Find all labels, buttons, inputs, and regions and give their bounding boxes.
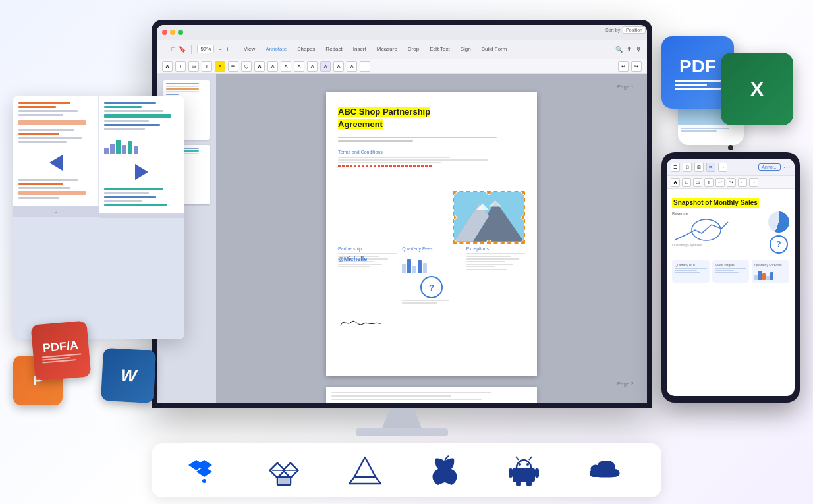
tab-annotate[interactable]: Annotate — [262, 45, 290, 53]
tablet-annotate-label[interactable]: Annot... — [758, 163, 781, 171]
resize-handle[interactable] — [486, 240, 491, 244]
resize-handle[interactable] — [521, 191, 525, 195]
bottom-icons-bar — [152, 443, 661, 497]
ann-draw-btn[interactable]: ✏ — [228, 61, 238, 72]
ann-redo-btn[interactable]: ↪ — [631, 61, 642, 72]
thumb-line — [166, 94, 179, 95]
tab-back[interactable]: ← — [738, 178, 747, 187]
ann-fill-btn[interactable]: A — [333, 61, 344, 72]
doc-line — [18, 179, 78, 181]
ann-a5-btn[interactable]: A — [294, 61, 304, 72]
tab-sign[interactable]: Sign — [457, 45, 474, 53]
chart-icons: ? — [768, 211, 789, 254]
flashback-icon — [267, 453, 301, 488]
bookmark-icon[interactable]: 🔖 — [179, 46, 186, 53]
app-toolbar[interactable]: ☰ □ 🔖 97% − + View Annotate Shapes Redac… — [157, 40, 647, 59]
ann-a4-btn[interactable]: A — [281, 61, 291, 72]
col-line — [466, 264, 513, 265]
monitor-screen: ☰ □ 🔖 97% − + View Annotate Shapes Redac… — [152, 20, 652, 408]
zoom-out-icon[interactable]: − — [218, 46, 221, 53]
search-icon[interactable]: 🔍 — [615, 46, 623, 53]
ann-a7-btn[interactable]: _ — [360, 61, 370, 72]
ann-color-btn[interactable]: A — [320, 61, 331, 72]
more-options-icon[interactable]: ··· — [783, 164, 791, 171]
monitor-base — [356, 428, 448, 436]
metric-line — [675, 268, 707, 269]
tab-view[interactable]: View — [240, 45, 258, 53]
ann-text-btn[interactable]: A — [162, 61, 173, 72]
maximize-dot — [178, 30, 183, 35]
tab-shapes[interactable]: Shapes — [294, 45, 318, 53]
tab-fwd[interactable]: → — [749, 178, 758, 187]
tab-thumb-btn[interactable]: ⊞ — [694, 163, 704, 172]
doc-line — [18, 133, 59, 135]
image-inner — [454, 192, 524, 242]
doc-line — [104, 128, 145, 130]
ann-type-btn[interactable]: T — [175, 61, 186, 72]
page-1-label: Page 1 — [617, 84, 634, 90]
tab-tool-c[interactable]: ▭ — [693, 178, 702, 187]
ann-a2-btn[interactable]: A — [254, 61, 265, 72]
ann-stroke-btn[interactable]: A — [347, 61, 357, 72]
svg-line-18 — [354, 457, 365, 477]
tab-nav-btn[interactable]: → — [718, 163, 727, 172]
tab-menu-btn[interactable]: ☰ — [671, 163, 680, 172]
revenue-left: Revenue Operating Expenses — [672, 211, 764, 247]
tablet-toolbar-2[interactable]: A □ ▭ T ↩ ↪ ← → — [667, 176, 795, 189]
tab-tool-b[interactable]: □ — [682, 178, 691, 187]
tab-undo[interactable]: ↩ — [715, 178, 725, 187]
tab-buildform[interactable]: Build Form — [478, 45, 511, 53]
ann-a3-btn[interactable]: A — [267, 61, 278, 72]
tab-edittext[interactable]: Edit Text — [426, 45, 453, 53]
annotation-toolbar[interactable]: A T ▭ T ≡ ✏ ⬡ A A A A A A A A _ — [157, 59, 647, 74]
doc-line — [18, 187, 70, 189]
doc-block — [18, 191, 86, 195]
svg-point-21 — [526, 463, 529, 466]
chart-bar — [418, 260, 422, 273]
page-icon[interactable]: □ — [171, 46, 175, 53]
tab-tool-a[interactable]: A — [671, 178, 680, 187]
pdf-line — [675, 80, 721, 82]
svg-rect-11 — [279, 478, 289, 484]
ann-undo-btn[interactable]: ↩ — [618, 61, 629, 72]
tablet-toolbar[interactable]: ☰ □ ⊞ ✏ → Annot... ··· — [667, 159, 795, 176]
tab-annot-btn[interactable]: ✏ — [706, 163, 715, 172]
chart-bar — [402, 264, 406, 273]
ann-rect-btn[interactable]: ▭ — [188, 61, 199, 72]
terms-body — [338, 157, 525, 167]
pdfa-lines — [42, 353, 82, 363]
metric-sales: Sales Targets — [712, 260, 750, 283]
mic-icon[interactable]: 🎙 — [636, 46, 642, 53]
column-exceptions: Exceptions — [466, 246, 525, 304]
ann-t2-btn[interactable]: T — [202, 61, 212, 72]
page2-line — [331, 399, 482, 400]
revenue-section: Revenue Operating Expenses — [672, 211, 789, 254]
resize-handle[interactable] — [521, 240, 525, 244]
col-line — [466, 253, 525, 254]
tab-page-btn[interactable]: □ — [683, 163, 692, 172]
right-arrow-icon — [135, 164, 148, 180]
tab-redact[interactable]: Redact — [322, 45, 345, 53]
resize-handle[interactable] — [453, 240, 457, 244]
metric-line — [715, 268, 747, 269]
share-icon[interactable]: ⬆ — [627, 46, 632, 53]
tab-crop[interactable]: Crop — [405, 45, 422, 53]
tab-tool-d[interactable]: T — [704, 178, 714, 187]
metric-line — [715, 270, 734, 271]
zoom-display[interactable]: 97% — [197, 45, 214, 53]
ann-stamp-btn[interactable]: ⬡ — [241, 61, 252, 72]
tablet-screen: ☰ □ ⊞ ✏ → Annot... ··· A □ ▭ T ↩ ↪ — [667, 159, 795, 396]
tab-insert[interactable]: Insert — [350, 45, 370, 53]
zoom-in-icon[interactable]: + — [226, 46, 229, 53]
ann-highlight-btn[interactable]: ≡ — [215, 61, 225, 72]
tab-measure[interactable]: Measure — [374, 45, 401, 53]
menu-icon[interactable]: ☰ — [162, 46, 167, 53]
tab-redo[interactable]: ↪ — [727, 178, 736, 187]
col-line — [466, 261, 505, 262]
dropbox-icon — [188, 455, 220, 486]
ann-a6-btn[interactable]: A — [307, 61, 318, 72]
pdf-icon-label: PDF — [679, 56, 716, 77]
resize-handle[interactable] — [521, 215, 525, 220]
doc-body — [338, 137, 525, 142]
left-panel-left — [13, 96, 99, 206]
